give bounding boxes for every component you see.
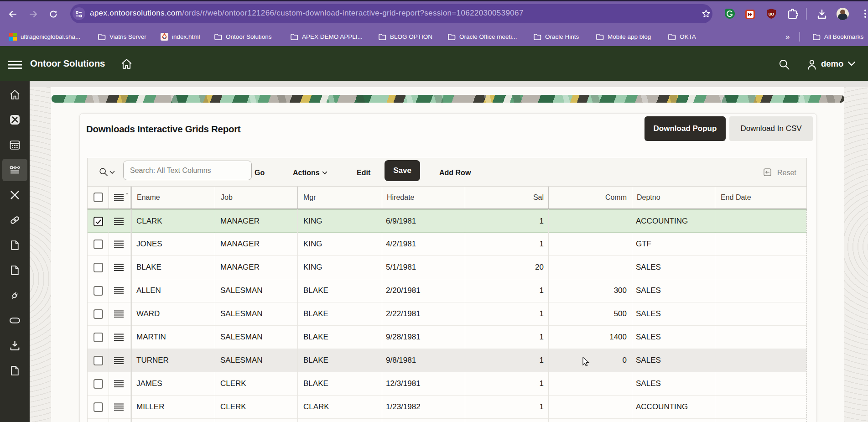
svg-text:uO: uO — [769, 12, 774, 16]
